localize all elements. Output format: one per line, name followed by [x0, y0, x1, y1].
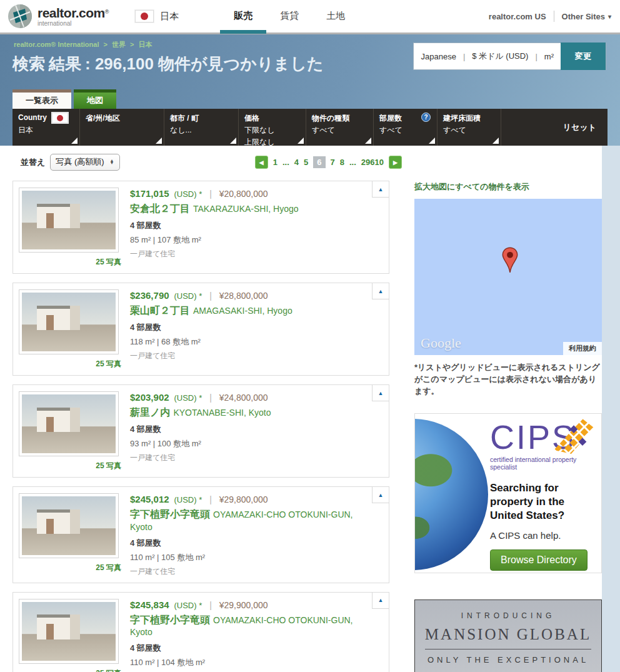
listing-title[interactable]: 字下植野小字竜頭OYAMAZAKI-CHO OTOKUNI-GUN, Kyoto: [130, 614, 377, 639]
filter-country[interactable]: Country 日本: [12, 109, 80, 146]
sidebar: 拡大地図にすべての物件を表示 Google 利用規約 *リストやグリッドビューに…: [414, 153, 602, 672]
collapse-button[interactable]: ▲: [372, 385, 389, 401]
chevron-down-icon: ▾: [608, 13, 611, 20]
listing-photo[interactable]: [19, 493, 119, 558]
listing-photo[interactable]: [19, 599, 119, 664]
photo-count[interactable]: 25 写真: [19, 257, 121, 268]
photo-count[interactable]: 25 写真: [19, 461, 121, 471]
photo-count[interactable]: 25 写真: [19, 668, 121, 672]
mansion-intro: INTRODUCING: [415, 611, 601, 620]
country-label: 日本: [160, 11, 179, 23]
earth-globe-image: [414, 419, 488, 570]
price-line: $245,834 (USD) * | ¥29,900,000: [130, 599, 377, 610]
collapse-button[interactable]: ▲: [372, 181, 389, 198]
price-line: $236,790 (USD) * | ¥28,800,000: [130, 290, 292, 301]
tab-map-view[interactable]: 地図: [74, 89, 116, 109]
filter-floor-area[interactable]: 建坪床面積 すべて: [438, 109, 501, 146]
rooms: 4 部屋数: [130, 643, 377, 654]
filter-property-type[interactable]: 物件の種類 すべて: [306, 109, 374, 146]
price-usd: $236,790: [130, 290, 169, 301]
listing-photo[interactable]: [19, 391, 119, 456]
page-title: 検索結果: 296,100 物件が見つかりました: [12, 53, 323, 75]
map-terms-link[interactable]: 利用規約: [563, 342, 602, 355]
map-widget[interactable]: Google 利用規約: [414, 199, 602, 355]
triangle-up-icon: ▲: [378, 186, 384, 193]
browse-directory-button[interactable]: Browse Directory: [490, 549, 588, 571]
property-type: 一戸建て住宅: [130, 249, 299, 259]
logo-title: realtor.com: [38, 6, 105, 20]
cips-heading: Searching for property in the United Sta…: [490, 481, 594, 523]
area: 93 m² | 100 敷地 m²: [130, 438, 271, 449]
property-type: 一戸建て住宅: [130, 351, 292, 361]
breadcrumb-home[interactable]: realtor.com® International: [14, 41, 99, 48]
map-disclaimer: *リストやグリッドビューに表示されるストリングがこのマップビューには表示されない…: [414, 362, 602, 398]
realtor-us-link[interactable]: realtor.com US: [489, 12, 546, 21]
triangle-up-icon: ▲: [378, 390, 384, 396]
tab-list-view[interactable]: 一覧表示: [12, 89, 71, 109]
listing-title[interactable]: 薪里ノ内KYOTANABE-SHI, Kyoto: [130, 406, 271, 419]
price-line: $203,902 (USD) * | ¥24,800,000: [130, 392, 271, 403]
reset-button[interactable]: リセット: [563, 122, 596, 133]
sort-select[interactable]: 写真 (高額順) ▲▼: [50, 154, 119, 171]
listings-column: 並替え 写真 (高額順) ▲▼ ◀ 1 ... 4 5 6 7 8 ...: [0, 153, 414, 672]
listing-photo[interactable]: [19, 289, 119, 354]
price-usd: $245,012: [130, 494, 169, 504]
page-link[interactable]: 4: [294, 158, 299, 167]
other-sites-link[interactable]: Other Sites: [562, 12, 605, 21]
top-right-links: realtor.com US Other Sites ▾: [489, 0, 611, 33]
price-line: $245,012 (USD) * | ¥29,800,000: [130, 494, 377, 504]
price-usd: $203,902: [130, 392, 169, 403]
help-icon[interactable]: ?: [421, 113, 431, 122]
view-tabs: 一覧表示 地図: [12, 89, 116, 109]
filter-rooms[interactable]: 部屋数 ? すべて: [374, 109, 438, 146]
photo-count[interactable]: 25 写真: [19, 563, 121, 573]
pagination: ◀ 1 ... 4 5 6 7 8 ... 29610 ▶: [255, 156, 402, 169]
filter-city[interactable]: 都市 / 町 なし...: [164, 109, 239, 146]
prev-page-button[interactable]: ◀: [255, 156, 268, 169]
realtor-logo[interactable]: realtor.com® international: [8, 4, 109, 29]
area: 118 m² | 68 敷地 m²: [130, 336, 292, 348]
breadcrumb-world[interactable]: 世界: [112, 41, 126, 48]
collapse-button[interactable]: ▲: [372, 487, 389, 503]
collapse-button[interactable]: ▲: [372, 593, 389, 609]
price-usd: $171,015: [130, 188, 169, 199]
nav-for-sale[interactable]: 販売: [220, 0, 266, 34]
nav-for-rent[interactable]: 賃貸: [266, 0, 312, 34]
google-logo: Google: [421, 335, 461, 351]
filter-bar: Country 日本 省/州/地区 都市 / 町 なし... 価格 下限なし 上…: [12, 109, 608, 146]
page-link[interactable]: 5: [304, 158, 308, 167]
realtor-globe-icon: [8, 4, 32, 29]
page-link[interactable]: 29610: [361, 158, 384, 167]
rooms: 4 部屋数: [130, 424, 271, 435]
price-jpy: ¥24,800,000: [219, 393, 268, 403]
page-link[interactable]: 1: [273, 158, 278, 167]
listing-card: 25 写真 $171,015 (USD) * | ¥20,800,000 安倉北…: [12, 181, 389, 274]
listing-card: 25 写真 $203,902 (USD) * | ¥24,800,000 薪里ノ…: [12, 384, 389, 478]
triangle-up-icon: ▲: [378, 288, 384, 294]
currency-setting[interactable]: $ 米ドル (USD): [465, 51, 535, 62]
page-link[interactable]: 7: [331, 158, 335, 167]
breadcrumb-japan[interactable]: 日本: [139, 41, 152, 48]
rooms: 4 部屋数: [130, 538, 377, 549]
language-setting[interactable]: Japanese: [414, 52, 462, 61]
logo-subtitle: international: [38, 21, 109, 27]
listing-title[interactable]: 栗山町２丁目AMAGASAKI-SHI, Hyogo: [130, 304, 292, 318]
unit-setting[interactable]: m²: [538, 52, 561, 61]
filter-price[interactable]: 価格 下限なし 上限なし: [239, 109, 306, 146]
next-page-button[interactable]: ▶: [389, 156, 402, 169]
listing-title[interactable]: 字下植野小字竜頭OYAMAZAKI-CHO OTOKUNI-GUN, Kyoto: [130, 508, 377, 533]
select-stepper-icon: ▲▼: [110, 159, 114, 164]
listing-title[interactable]: 安倉北２丁目TAKARAZUKA-SHI, Hyogo: [130, 203, 299, 216]
photo-count[interactable]: 25 写真: [19, 359, 121, 369]
listing-photo[interactable]: [19, 188, 119, 253]
page-link[interactable]: 8: [340, 158, 344, 167]
listing-card: 25 写真 $236,790 (USD) * | ¥28,800,000 栗山町…: [12, 283, 389, 376]
nav-land[interactable]: 土地: [312, 0, 359, 34]
expand-map-link[interactable]: 拡大地図にすべての物件を表示: [414, 181, 602, 193]
search-hero: realtor.com® International > 世界 > 日本 検索結…: [0, 34, 620, 146]
price-jpy: ¥28,800,000: [219, 291, 268, 301]
filter-state[interactable]: 省/州/地区: [80, 109, 164, 146]
collapse-button[interactable]: ▲: [372, 283, 389, 299]
change-settings-button[interactable]: 変更: [561, 43, 606, 70]
breadcrumb-sep: >: [130, 41, 134, 48]
